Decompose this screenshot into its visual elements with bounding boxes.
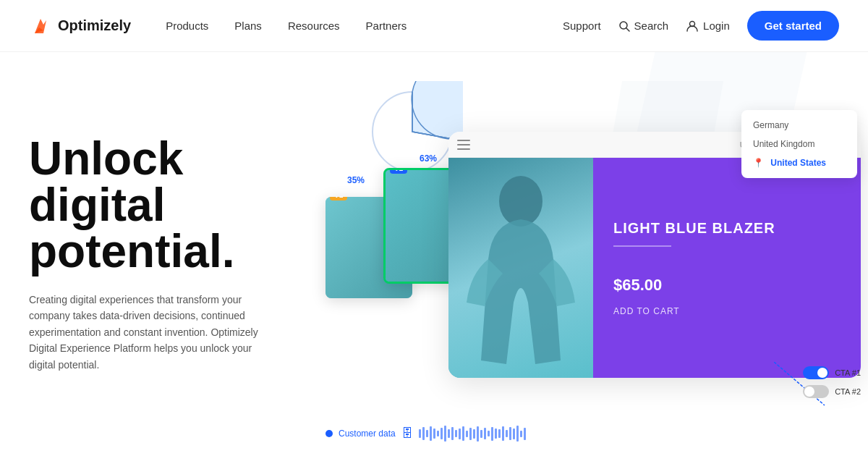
- cta1-label: CTA #1: [835, 368, 861, 377]
- cta2-label: CTA #2: [835, 387, 861, 396]
- svg-rect-8: [457, 148, 470, 150]
- hero-illustration: 35% 63% V1 V2 Germany United Kingdom 📍 U…: [304, 52, 868, 456]
- pie-chart-svg: [362, 81, 463, 182]
- hamburger-icon: [457, 140, 470, 150]
- v1-badge: V1: [330, 197, 347, 200]
- svg-rect-6: [457, 140, 470, 141]
- topbar-menu: [457, 140, 470, 150]
- country-dropdown[interactable]: Germany United Kingdom 📍 United States: [741, 110, 857, 178]
- product-divider: [613, 245, 671, 247]
- data-dot: [326, 430, 333, 437]
- toggle-knob-1: [817, 368, 827, 378]
- model-figure: [448, 158, 593, 378]
- product-info: LIGHT BLUE BLAZER $65.00 ADD TO CART: [593, 158, 861, 378]
- user-icon: [686, 20, 699, 33]
- country-uk[interactable]: United Kingdom: [741, 135, 857, 153]
- pie-chart: [362, 81, 463, 182]
- svg-line-1: [626, 28, 629, 31]
- cta1-row: CTA #1: [803, 366, 861, 379]
- main-nav: Optimizely Products Plans Resources Part…: [0, 0, 868, 52]
- get-started-button[interactable]: Get started: [747, 11, 839, 41]
- search-link[interactable]: Search: [618, 20, 669, 32]
- login-link[interactable]: Login: [686, 20, 730, 33]
- pct-63-label: 63%: [420, 153, 437, 164]
- product-name: LIGHT BLUE BLAZER: [613, 220, 841, 237]
- hero-title-line2: digital: [29, 179, 165, 231]
- nav-links: Products Plans Resources Partners: [166, 20, 563, 32]
- customer-data-label: Customer data: [339, 428, 396, 439]
- bottom-data-bar: Customer data 🗄: [326, 426, 861, 442]
- hero-section: Unlock digital potential. Creating digit…: [0, 52, 868, 456]
- hero-left: Unlock digital potential. Creating digit…: [0, 52, 304, 456]
- add-to-cart-button[interactable]: ADD TO CART: [613, 306, 841, 316]
- nav-products[interactable]: Products: [166, 20, 208, 32]
- cta2-row: CTA #2: [803, 385, 861, 398]
- hero-title: Unlock digital potential.: [29, 135, 275, 274]
- logo[interactable]: Optimizely: [29, 14, 131, 38]
- nav-plans[interactable]: Plans: [234, 20, 262, 32]
- svg-point-11: [499, 176, 542, 227]
- nav-partners[interactable]: Partners: [366, 20, 407, 32]
- nav-resources[interactable]: Resources: [288, 20, 340, 32]
- product-image: [448, 158, 593, 378]
- search-icon: [618, 20, 630, 32]
- country-us[interactable]: 📍 United States: [741, 153, 857, 172]
- data-bars: [419, 426, 861, 442]
- product-price: $65.00: [613, 276, 841, 295]
- logo-text: Optimizely: [58, 17, 131, 34]
- cta2-toggle[interactable]: [803, 385, 829, 398]
- database-icon: 🗄: [401, 427, 413, 440]
- nav-right: Support Search Login Get started: [563, 11, 839, 41]
- hero-title-line3: potential.: [29, 225, 234, 277]
- cta1-toggle[interactable]: [803, 366, 829, 379]
- country-pin-icon: 📍: [753, 158, 764, 168]
- toggle-knob-2: [804, 387, 814, 397]
- hero-title-line1: Unlock: [29, 132, 183, 185]
- logo-icon: [29, 14, 52, 38]
- product-card-body: LIGHT BLUE BLAZER $65.00 ADD TO CART: [448, 158, 861, 378]
- svg-rect-7: [457, 144, 470, 145]
- cta-toggles: CTA #1 CTA #2: [803, 366, 861, 398]
- country-germany[interactable]: Germany: [741, 116, 857, 135]
- hero-description: Creating digital experiences that transf…: [29, 292, 275, 373]
- support-link[interactable]: Support: [563, 20, 601, 32]
- v2-badge: V2: [390, 168, 407, 174]
